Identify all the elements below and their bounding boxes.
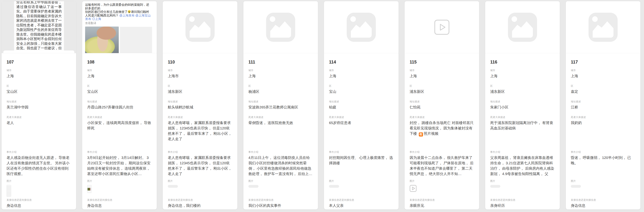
field-city: 城市 上海市 <box>168 69 232 79</box>
record-number: 110 <box>168 60 232 65</box>
field-label-death-description: 死者大体描述 <box>87 115 152 119</box>
record-card[interactable]: 运输有时间，为什么跟居委会的60的菜能到，还好多是烂的 别的区都已经分发过几批物… <box>82 1 157 209</box>
field-label-city: 城市 <box>6 69 71 72</box>
field-value-direct-or-indirect: 亲眼所见 <box>410 203 474 208</box>
record-card[interactable]: 115 城市 上海 区 浦东新区 地址描述 仁怡苑 死者大体描述 封控， 跳楼自… <box>404 1 479 209</box>
field-label-image: 图片 <box>490 179 555 183</box>
field-district: 区 浦东新区 <box>168 84 232 94</box>
weibo-post-cover: 运输有时间，为什么跟居委会的60的菜能到，还好多是烂的 别的区都已经分发过几批物… <box>82 1 157 53</box>
field-direct-or-indirect: 直接信息还是间接信息 本人父亲 <box>329 198 394 208</box>
field-value-death-description: 小区保安， 连续两周高强度值班， 导致猝死 <box>87 120 152 143</box>
record-number: 115 <box>410 60 474 65</box>
screenshot-thumbnail[interactable] <box>87 185 92 193</box>
image-thumbnail-area <box>410 184 474 197</box>
field-label-image: 图片 <box>571 179 635 183</box>
field-label-address: 地址描述 <box>248 100 313 103</box>
image-placeholder-cover <box>244 1 318 53</box>
field-value-district: 嘉定 <box>571 89 635 94</box>
card-body: 116 城市 上海 区 浦东新区 地址描述 朱家门小区 死者大体描述 死于浦东医… <box>485 53 560 208</box>
field-label-event-intro: 事件介绍 <box>490 150 555 154</box>
field-direct-or-indirect: 直接信息还是间接信息 我们小区的真实事件 <box>248 198 313 208</box>
gallery-board: 分左右联系上中华园居委会，通过微信语音确认了这一事实。由于需要保护患者家属的隐私… <box>0 0 644 212</box>
field-image: 图片 <box>6 179 71 197</box>
record-card[interactable]: 114 城市 上海 区 宝山 地址描述 铂庭 死者大体描述 65岁癌症患者 事件… <box>324 1 399 209</box>
weibo-location-link[interactable]: ◎上海 <box>92 17 101 21</box>
field-city: 城市 上海 <box>410 69 474 79</box>
field-value-address: 铂庭 <box>329 104 394 110</box>
field-label-image: 图片 <box>168 179 232 183</box>
record-card[interactable]: 116 城市 上海 区 浦东新区 地址描述 朱家门小区 死者大体描述 死于浦东医… <box>485 1 560 209</box>
card-cover <box>163 1 237 53</box>
weibo-attached-images <box>85 27 152 53</box>
field-label-city: 城市 <box>87 69 152 72</box>
field-label-address: 地址描述 <box>410 100 474 103</box>
image-thumbnail-area <box>329 184 394 197</box>
field-label-event-intro: 事件介绍 <box>248 150 313 154</box>
field-value-city: 上海 <box>329 73 394 79</box>
field-value-death-description: 65岁癌症患者 <box>329 120 394 143</box>
field-value-death-description: 晕倒昏迷， 送医院抢救无效 <box>248 120 313 143</box>
field-address: 地址描述 丹霞山路257弄馨佳园八街坊 <box>87 100 152 110</box>
field-image: 图片 <box>168 179 232 197</box>
record-card[interactable]: 110 城市 上海市 区 浦东新区 地址描述 航头镇鹤沙航城 死者大体描述 老人… <box>162 1 238 209</box>
image-placeholder-icon <box>508 13 537 42</box>
field-value-death-description: 我奶奶 <box>571 120 635 143</box>
image-placeholder-cover <box>324 1 398 53</box>
field-label-death-description: 死者大体描述 <box>571 115 635 119</box>
video-thumbnail-icon[interactable] <box>410 185 416 192</box>
field-label-image: 图片 <box>87 179 152 183</box>
field-image: 图片 <box>329 179 394 197</box>
field-label-city: 城市 <box>329 69 394 72</box>
chat-screenshot: 分左右联系上中华园居委会，通过微信语音确认了这一事实。由于需要保护患者家属的隐私… <box>14 1 64 51</box>
record-card[interactable]: 分左右联系上中华园居委会，通过微信语音确认了这一事实。由于需要保护患者家属的隐私… <box>2 1 76 209</box>
field-label-event-intro: 事件介绍 <box>87 150 152 154</box>
field-image: 图片 <box>410 179 474 197</box>
field-label-death-description: 死者大体描述 <box>490 115 555 119</box>
field-value-district: 宝山 <box>329 89 394 94</box>
field-value-event-intro: 4月11日上午， 这位消毒防疫人员在给我们小区封控楼做消杀的时候突然晕倒， 小区… <box>248 155 313 176</box>
field-value-city: 上海 <box>490 73 555 79</box>
field-value-event-intro: 昏迷， 呼吸微弱， 120半小时到， 已晚。 <box>571 155 635 176</box>
field-address: 地址描述 江桥 <box>571 100 635 110</box>
field-address: 地址描述 美兰湖中华园 <box>6 100 71 110</box>
field-label-city: 城市 <box>248 69 313 72</box>
screenshot-thumbnail[interactable] <box>6 185 11 197</box>
card-body: 114 城市 上海 区 宝山 地址描述 铂庭 死者大体描述 65岁癌症患者 事件… <box>324 53 398 208</box>
field-city: 城市 上海 <box>490 69 555 79</box>
field-value-district: 宝山区 <box>87 89 152 94</box>
field-event-intro: 事件介绍 老人患有哮喘， 家属联系居委报备要求就医， 12345也表示尽快， 但… <box>168 150 232 176</box>
field-value-event-intro: 3月9日起开始封控， 3月14日解封。 3月23日又一轮封控开始， 期间这位保安… <box>87 155 152 176</box>
card-body: 108 城市 上海 区 宝山区 地址描述 丹霞山路257弄馨佳园八街坊 死者大体… <box>82 53 157 208</box>
field-label-death-description: 死者大体描述 <box>329 115 394 119</box>
crying-emoji-icon <box>128 10 131 13</box>
field-value-event-intro: 封控期间因生理、 心理上极度痛苦， 选择跳楼 <box>329 155 394 176</box>
field-label-direct-or-indirect: 直接信息还是间接信息 <box>6 198 71 202</box>
field-label-image: 图片 <box>248 179 313 183</box>
field-label-district: 区 <box>571 84 635 88</box>
field-value-district: 浦东新区 <box>490 89 555 94</box>
image-placeholder-icon <box>588 13 618 42</box>
empty-image-pill <box>168 185 178 188</box>
field-value-district: 宝山区 <box>6 89 71 94</box>
field-label-address: 地址描述 <box>87 100 152 103</box>
card-cover <box>566 1 640 53</box>
field-address: 地址描述 安波路265弄兰花教师公寓南区 <box>248 100 313 110</box>
field-city: 城市 上海 <box>329 69 394 79</box>
view-translation-link[interactable]: 查看翻译 <box>85 22 152 25</box>
field-city: 城市 上海 <box>87 69 152 79</box>
field-event-intro: 事件介绍 封控期间因生理、 心理上极度痛苦， 选择跳楼 <box>329 150 394 176</box>
field-label-death-description: 死者大体描述 <box>6 115 71 119</box>
field-value-event-intro: 老人患有哮喘， 家属联系居委报备要求就医， 12345也表示尽快， 但是120依… <box>168 155 232 176</box>
field-label-direct-or-indirect: 直接信息还是间接信息 <box>168 198 232 202</box>
field-value-district: 杨浦区 <box>248 89 313 94</box>
field-label-image: 图片 <box>410 179 474 183</box>
record-card[interactable]: 111 城市 上海 区 杨浦区 地址描述 安波路265弄兰花教师公寓南区 死者大… <box>243 1 318 209</box>
weibo-mention-link[interactable]: @上海发布 <box>119 14 134 17</box>
field-event-intro: 事件介绍 昏迷， 呼吸微弱， 120半小时到， 已晚。 <box>571 150 635 176</box>
death-description-text: 老人 <box>6 121 14 125</box>
field-label-event-intro: 事件介绍 <box>168 150 232 154</box>
record-card[interactable]: 117 城市 上海 区 嘉定 地址描述 江桥 死者大体描述 我奶奶 事件介绍 昏… <box>566 1 640 209</box>
field-value-death-description: 老人患有哮喘， 家属联系居委报备要求就医， 12345也表示尽快， 但是120依… <box>168 120 232 143</box>
rotten-cabbage-photo <box>85 27 119 53</box>
video-placeholder-icon <box>434 20 450 35</box>
